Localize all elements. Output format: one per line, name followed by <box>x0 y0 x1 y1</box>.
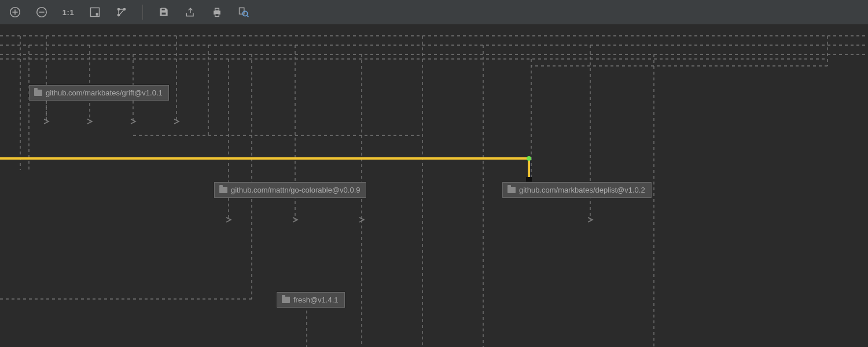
toolbar: 1:1 <box>0 0 868 24</box>
svg-rect-15 <box>240 8 244 14</box>
svg-point-16 <box>242 11 247 16</box>
actual-size-label: 1:1 <box>62 8 74 17</box>
node-grift[interactable]: github.com/markbates/grift@v1.0.1 <box>29 85 169 101</box>
folder-icon <box>219 187 227 193</box>
node-label: github.com/markbates/deplist@v1.0.2 <box>519 186 645 194</box>
folder-icon <box>507 187 516 193</box>
node-label: github.com/mattn/go-colorable@v0.0.9 <box>231 186 360 194</box>
node-label: fresh@v1.4.1 <box>293 296 339 304</box>
node-fresh[interactable]: fresh@v1.4.1 <box>277 292 345 308</box>
folder-icon <box>34 90 42 96</box>
search-button[interactable] <box>237 5 251 19</box>
zoom-in-button[interactable] <box>8 5 22 19</box>
svg-point-9 <box>117 14 119 16</box>
actual-size-button[interactable]: 1:1 <box>61 5 75 19</box>
svg-line-17 <box>247 16 249 17</box>
svg-point-8 <box>123 8 125 10</box>
svg-rect-11 <box>161 12 166 15</box>
node-go-colorable[interactable]: github.com/mattn/go-colorable@v0.0.9 <box>214 182 366 198</box>
svg-rect-19 <box>526 177 532 182</box>
save-button[interactable] <box>157 5 171 19</box>
node-label: github.com/markbates/grift@v1.0.1 <box>46 88 163 97</box>
layout-button[interactable] <box>115 5 128 19</box>
fit-content-button[interactable] <box>88 5 102 19</box>
folder-icon <box>282 297 290 303</box>
svg-rect-10 <box>161 8 165 10</box>
toolbar-separator <box>142 5 143 20</box>
svg-rect-6 <box>96 13 98 16</box>
export-button[interactable] <box>183 5 197 19</box>
svg-point-18 <box>527 156 531 161</box>
svg-rect-13 <box>215 8 219 10</box>
print-button[interactable] <box>210 5 224 19</box>
node-deplist[interactable]: github.com/markbates/deplist@v1.0.2 <box>502 182 652 198</box>
svg-rect-14 <box>215 14 219 17</box>
edges-layer <box>0 24 868 347</box>
svg-point-7 <box>117 8 119 10</box>
diagram-canvas[interactable]: github.com/markbates/grift@v1.0.1 github… <box>0 24 868 347</box>
zoom-out-button[interactable] <box>35 5 49 19</box>
